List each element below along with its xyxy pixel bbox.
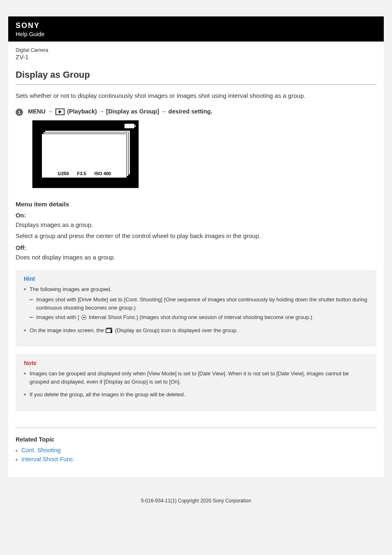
related-link-cont-shooting[interactable]: Cont. Shooting: [21, 447, 61, 453]
hint-sub-2: Images shot with [ Interval Shoot Func.]…: [30, 313, 368, 321]
related-link-item: Cont. Shooting: [16, 447, 376, 453]
svg-rect-6: [111, 331, 112, 333]
footer-copyright: 5-016-934-11(1) Copyright 2020 Sony Corp…: [0, 486, 392, 520]
hint-sub-2a: Images shot with [: [36, 314, 79, 320]
hint-bullet-2a: On the image index screen, the: [30, 327, 105, 333]
illu-iso: ISO 400: [95, 171, 111, 176]
note-bullet-2: If you delete the group, all the images …: [24, 391, 368, 399]
header-bar: SONY Help Guide: [8, 16, 384, 42]
illu-shutter: 1/250: [58, 171, 69, 176]
illu-aperture: F3.5: [77, 171, 86, 176]
hint-bullet-1-text: The following images are grouped.: [30, 286, 111, 292]
product-category: Digital Camera: [16, 47, 376, 53]
hint-sub-2b: Interval Shoot Func.] (Images shot durin…: [89, 314, 312, 320]
hint-bullet-2: On the image index screen, the (Display …: [24, 326, 368, 335]
svg-point-3: [83, 317, 85, 318]
detail-on-desc2: Select a group and press the center of t…: [16, 231, 376, 241]
intro-text: Sets whether or not to display continuou…: [16, 92, 376, 99]
step-number-badge: 1: [16, 109, 23, 116]
product-model: ZV-1: [16, 53, 376, 60]
title-rule: [16, 84, 376, 85]
group-illustration: 1/250 F3.5 ISO 400: [32, 120, 139, 188]
related-link-item: Interval Shoot Func.: [16, 456, 376, 462]
detail-off-desc1: Does not display images as a group.: [16, 253, 376, 262]
detail-on-desc1: Displays images as a group.: [16, 220, 376, 230]
related-link-interval-shoot[interactable]: Interval Shoot Func.: [21, 456, 75, 462]
page-title: Display as Group: [16, 69, 376, 80]
hint-callout: Hint The following images are grouped. I…: [16, 270, 376, 347]
battery-icon: [125, 124, 134, 128]
hint-sub-1: Images shot with [Drive Mode] set to [Co…: [30, 296, 368, 312]
note-title: Note: [24, 360, 368, 366]
step-menu-prefix: MENU →: [28, 108, 55, 115]
end-rule: [16, 428, 376, 428]
step-menu-path: (Playback) → [Display as Group] → desire…: [67, 108, 212, 115]
stack-card-front: 1/250 F3.5 ISO 400: [42, 134, 127, 178]
hint-title: Hint: [24, 275, 368, 282]
related-topic-heading: Related Topic: [16, 436, 376, 443]
interval-shoot-icon: [81, 314, 87, 320]
note-callout: Note Images can be grouped and displayed…: [16, 354, 376, 411]
hint-bullet-2b: (Display as Group) icon is displayed ove…: [115, 327, 238, 333]
step-instruction: MENU → (Playback) → [Display as Group] →…: [28, 108, 212, 115]
note-bullet-1: Images can be grouped and displayed only…: [24, 370, 368, 386]
display-as-group-icon: [106, 328, 113, 333]
svg-rect-5: [106, 329, 111, 333]
menu-item-details-heading: Menu item details: [16, 201, 376, 208]
help-guide-label: Help Guide: [16, 31, 376, 37]
detail-on-label: On:: [16, 212, 376, 219]
playback-icon: [55, 109, 65, 115]
hint-bullet-1: The following images are grouped. Images…: [24, 285, 368, 321]
brand-logo: SONY: [16, 21, 376, 30]
step-1: 1 MENU → (Playback) → [Display as Group]…: [16, 108, 376, 116]
svg-marker-1: [59, 110, 62, 113]
detail-off-label: Off:: [16, 245, 376, 251]
